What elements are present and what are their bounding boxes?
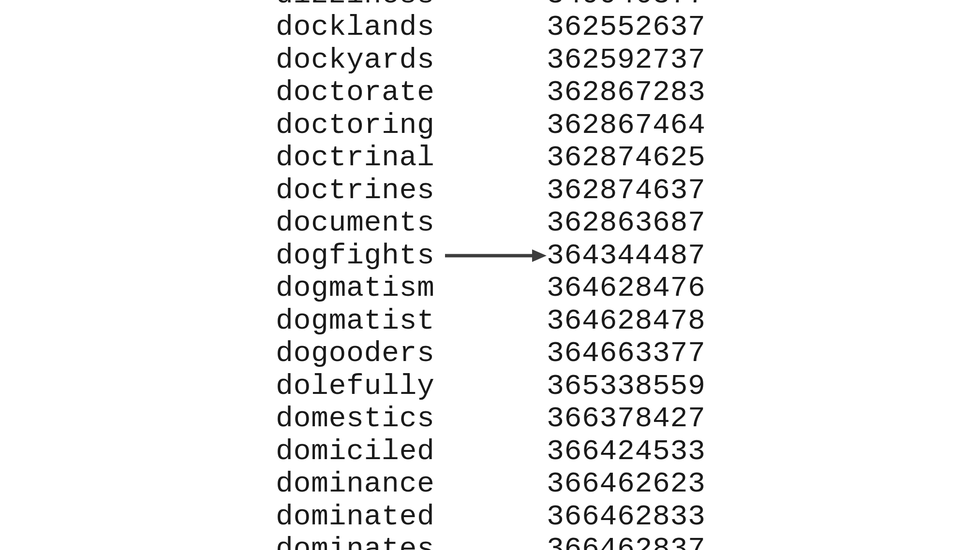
word-cell: docklands [276,11,435,43]
gap [435,76,547,109]
gap [435,0,547,11]
gap [435,43,547,76]
word-cell: dogmatist [276,304,435,337]
word-cell: domiciled [276,435,435,468]
gap [435,174,547,207]
number-cell: 362867464 [547,109,706,142]
arrow-right-icon [445,248,547,263]
list-row: dominates366462837 [276,533,711,550]
list-row: dogooders364663377 [276,337,711,370]
word-cell: dogfights [276,239,435,272]
gap [435,533,547,550]
word-cell: dolefully [276,370,435,403]
gap [435,109,547,142]
word-cell: dominates [276,533,435,550]
gap [435,207,547,240]
list-row: domiciled366424533 [276,435,711,468]
list-row: docklands362552637 [276,11,711,44]
list-row: dominated366462833 [276,500,711,533]
list-row: dizziness349946377 [276,0,711,11]
number-cell: 366378427 [547,402,706,435]
number-cell: 362863687 [547,206,706,239]
word-cell: dominance [276,467,435,500]
number-cell: 365338559 [547,370,706,403]
list-row: documents362863687 [276,207,711,240]
word-cell: doctoring [276,109,435,142]
word-number-list: dizziness349946377docklands362552637dock… [276,0,711,550]
number-cell: 364628476 [547,272,706,304]
gap [435,239,547,272]
number-cell: 362552637 [547,11,706,43]
number-cell: 364663377 [547,337,706,370]
list-row: dogmatism364628476 [276,272,711,305]
word-cell: dogooders [276,337,435,370]
gap [435,272,547,305]
list-row: doctorate362867283 [276,76,711,109]
number-cell: 362874637 [547,174,706,207]
number-cell: 366424533 [547,435,706,468]
gap [435,500,547,533]
gap [435,403,547,435]
word-cell: doctrinal [276,141,435,174]
list-row: doctoring362867464 [276,109,711,142]
number-cell: 362874625 [547,141,706,174]
list-row: dockyards362592737 [276,43,711,76]
list-row: dogmatist364628478 [276,304,711,337]
word-cell: dominated [276,500,435,533]
word-cell: domestics [276,402,435,435]
list-row: doctrines362874637 [276,174,711,207]
number-cell: 364628478 [547,304,706,337]
gap [435,11,547,44]
gap [435,304,547,337]
word-cell: dockyards [276,43,435,76]
list-row: doctrinal362874625 [276,142,711,174]
gap [435,468,547,501]
list-row: dogfights364344487 [276,239,711,272]
gap [435,142,547,174]
gap [435,337,547,370]
number-cell: 349946377 [547,0,706,11]
number-cell: 366462833 [547,500,706,533]
list-row: domestics366378427 [276,403,711,435]
word-cell: dizziness [276,0,435,11]
word-cell: documents [276,206,435,239]
gap [435,370,547,403]
list-row: dolefully365338559 [276,370,711,403]
gap [435,435,547,468]
word-cell: doctorate [276,76,435,109]
number-cell: 364344487 [547,239,706,272]
list-row: dominance366462623 [276,468,711,501]
word-cell: dogmatism [276,272,435,304]
number-cell: 362867283 [547,76,706,109]
number-cell: 362592737 [547,43,706,76]
word-cell: doctrines [276,174,435,207]
number-cell: 366462837 [547,533,706,550]
number-cell: 366462623 [547,467,706,500]
svg-marker-1 [532,249,547,262]
